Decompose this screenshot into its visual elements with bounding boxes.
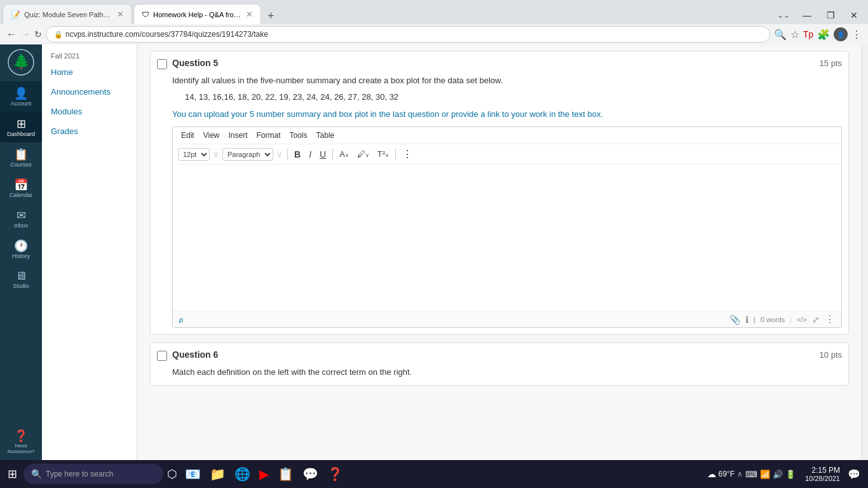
question-6-flag-checkbox[interactable] — [157, 351, 167, 361]
forward-button[interactable]: → — [20, 29, 31, 40]
sidebar-item-need-assistance[interactable]: ❓ NeedAssistance? — [0, 424, 42, 460]
taskbar-search-button[interactable]: 🔍 Type here to search — [24, 464, 163, 484]
sidebar-item-courses[interactable]: 📋 Courses — [0, 142, 42, 173]
canvas-logo-svg: 🌲 — [8, 49, 34, 76]
nav-announcements[interactable]: Announcements — [42, 82, 137, 102]
content-inner: Question 5 15 pts Identify all values in… — [137, 44, 862, 424]
minimize-button[interactable]: — — [795, 8, 819, 23]
close-button[interactable]: ✕ — [843, 8, 865, 23]
tab-bar: 📝 Quiz: Module Seven Pathway Tw... ✕ 🛡 H… — [0, 0, 868, 24]
battery-icon[interactable]: 🔋 — [785, 470, 796, 479]
start-button[interactable]: ⊞ — [3, 464, 22, 484]
search-icon[interactable]: 🔍 — [774, 29, 787, 41]
question-6-pts: 10 pts — [820, 350, 842, 360]
sidebar-item-calendar[interactable]: 📅 Calendar — [0, 173, 42, 203]
underline-button[interactable]: U — [316, 147, 329, 161]
tab2-title: Homework Help - Q&A from On... — [153, 11, 242, 18]
menu-tools[interactable]: Tools — [285, 129, 312, 142]
menu-edit[interactable]: Edit — [177, 129, 199, 142]
sidebar-item-history[interactable]: 🕐 History — [0, 234, 42, 264]
maximize-button[interactable]: ❐ — [819, 8, 843, 23]
sidebar-item-dashboard[interactable]: ⊞ Dashboard — [0, 112, 42, 142]
question-5-text: Identify all values in the five-number s… — [172, 74, 842, 87]
taskbar-help-icon[interactable]: ❓ — [323, 464, 347, 484]
studio-label: Studio — [13, 283, 29, 289]
taskbar-edge-icon[interactable]: 🌐 — [231, 464, 254, 484]
question-5-flag-checkbox[interactable] — [157, 59, 167, 69]
taskbar-mail-icon[interactable]: 📧 — [181, 464, 205, 484]
profile-icon[interactable]: 👤 — [834, 27, 848, 41]
editor-p-tag: p — [179, 316, 183, 323]
taskbar-sticky-icon[interactable]: 📋 — [274, 464, 297, 484]
sidebar-item-account[interactable]: 👤 Account — [0, 81, 42, 112]
address-bar: ← → ↻ 🔒 ncvps.instructure.com/courses/37… — [0, 24, 868, 44]
new-tab-button[interactable]: + — [262, 10, 280, 23]
show-hidden-button[interactable]: ∧ — [737, 470, 743, 478]
expand-button[interactable]: ⤢ — [812, 315, 820, 325]
more-toolbar-button[interactable]: ⋮ — [399, 146, 416, 162]
question-5-hint: You can upload your 5 number summary and… — [172, 108, 842, 121]
question-6-flag-row: Question 6 10 pts Match each definition … — [151, 343, 848, 385]
info-button[interactable]: ℹ — [745, 315, 749, 325]
highlight-color-button[interactable]: 🖊∨ — [354, 147, 372, 161]
paragraph-select[interactable]: Paragraph — [222, 148, 273, 161]
calendar-label: Calendar — [10, 192, 33, 198]
superscript-button[interactable]: T²∨ — [374, 147, 392, 161]
courses-label: Courses — [10, 161, 32, 168]
bookmark-icon[interactable]: ☆ — [790, 29, 799, 41]
editor-toolbar: 12pt 10pt 14pt ∨ Paragraph ∨ — [173, 144, 841, 165]
taskbar-discord-icon[interactable]: 💬 — [299, 464, 322, 484]
tab-1[interactable]: 📝 Quiz: Module Seven Pathway Tw... ✕ — [3, 4, 132, 24]
extension2-icon[interactable]: 🧩 — [817, 29, 830, 41]
accessibility-button[interactable]: 📎 — [729, 315, 740, 325]
sidebar-item-studio[interactable]: 🖥 Studio — [0, 264, 42, 294]
right-scrollbar[interactable] — [862, 44, 868, 460]
editor-body[interactable] — [173, 165, 841, 311]
menu-format[interactable]: Format — [252, 129, 285, 142]
keyboard-layout-icon[interactable]: ⌨ — [745, 470, 757, 479]
nav-home[interactable]: Home — [42, 62, 137, 82]
tab1-close[interactable]: ✕ — [117, 10, 124, 19]
chevron-down-icon[interactable]: ⌄⌄ — [772, 8, 795, 22]
taskbar-explorer-icon[interactable]: 📁 — [206, 464, 229, 484]
menu-table[interactable]: Table — [312, 129, 339, 142]
tab2-close[interactable]: ✕ — [246, 10, 253, 19]
editor-menubar: Edit View Insert Format Tools Table — [173, 127, 841, 144]
task-view-button[interactable]: ⬡ — [165, 464, 180, 484]
back-button[interactable]: ← — [6, 29, 17, 40]
dashboard-label: Dashboard — [7, 131, 35, 137]
html-button[interactable]: </> — [797, 316, 807, 323]
question-5-pts: 15 pts — [820, 58, 842, 68]
network-icon[interactable]: 📶 — [760, 470, 770, 479]
more-status-button[interactable]: ⋮ — [825, 313, 835, 325]
extension1-icon[interactable]: Tp — [803, 29, 813, 39]
url-bar[interactable]: 🔒 ncvps.instructure.com/courses/37784/qu… — [46, 26, 770, 43]
help-icon: ❓ — [14, 429, 28, 443]
tab-2[interactable]: 🛡 Homework Help - Q&A from On... ✕ — [133, 4, 261, 24]
menu-view[interactable]: View — [199, 129, 224, 142]
question-5-flag-row: Question 5 15 pts Identify all values in… — [151, 51, 848, 334]
bold-button[interactable]: B — [291, 147, 304, 161]
menu-insert[interactable]: Insert — [224, 129, 252, 142]
nav-modules[interactable]: Modules — [42, 102, 137, 121]
sidebar-item-inbox[interactable]: ✉ Inbox — [0, 203, 42, 234]
nav-grades[interactable]: Grades — [42, 121, 137, 141]
lock-icon: 🔒 — [54, 30, 63, 39]
reload-button[interactable]: ↻ — [34, 29, 42, 39]
volume-icon[interactable]: 🔊 — [773, 470, 783, 479]
weather-icon[interactable]: ☁ — [707, 469, 716, 479]
taskbar-youtube-icon[interactable]: ▶ — [255, 464, 273, 484]
history-icon: 🕐 — [14, 239, 28, 253]
font-size-select[interactable]: 12pt 10pt 14pt — [178, 148, 210, 161]
account-icon: 👤 — [14, 86, 28, 100]
editor-statusbar: p 📎 ℹ | 0 words | </> ⤢ — [173, 311, 841, 327]
canvas-logo[interactable]: 🌲 — [6, 47, 36, 78]
font-color-button[interactable]: A∨ — [336, 147, 352, 161]
italic-button[interactable]: I — [306, 147, 315, 161]
notification-button[interactable]: 💬 — [845, 466, 863, 483]
course-nav: Fall 2021 Home Announcements Modules Gra… — [42, 44, 137, 460]
menu-button[interactable]: ⋮ — [851, 29, 862, 41]
url-text: ncvps.instructure.com/courses/37784/quiz… — [65, 30, 268, 39]
taskbar-clock[interactable]: 2:15 PM 10/28/2021 — [798, 466, 843, 482]
dashboard-icon: ⊞ — [17, 117, 26, 131]
